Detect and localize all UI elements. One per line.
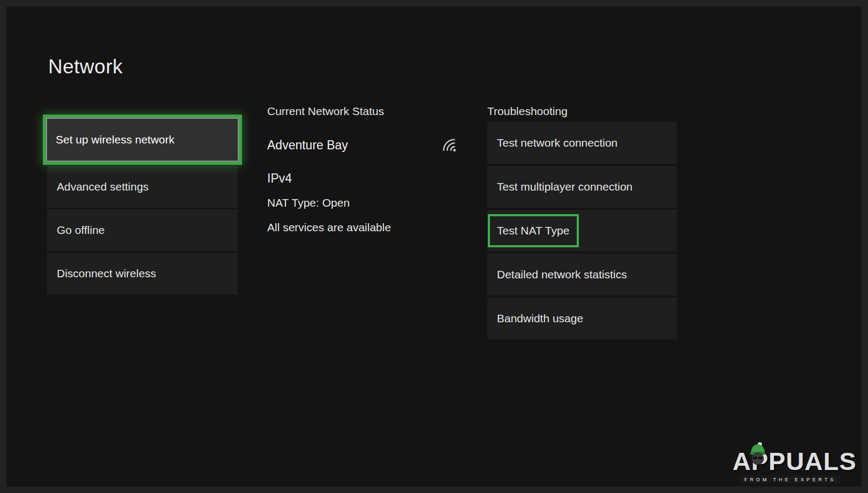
appuals-tagline: FROM THE EXPERTS <box>740 475 840 483</box>
menu-item-bandwidth-usage[interactable]: Bandwidth usage <box>487 298 677 339</box>
menu-item-label: Test multiplayer connection <box>497 180 632 193</box>
menu-item-label: Set up wireless network <box>56 133 175 146</box>
menu-item-set-up-wireless-network[interactable]: Set up wireless network <box>43 115 242 165</box>
xbox-network-settings-screen: Network Set up wireless network Advanced… <box>0 0 868 493</box>
wireless-signal-icon <box>440 136 457 153</box>
services-status: All services are available <box>267 221 391 234</box>
menu-item-disconnect-wireless[interactable]: Disconnect wireless <box>47 253 238 294</box>
ip-version-label: IPv4 <box>267 171 292 186</box>
menu-item-label: Disconnect wireless <box>57 267 156 280</box>
appuals-watermark: APPUALS FROM THE EXPERTS <box>733 449 868 483</box>
page-title: Network <box>48 56 123 78</box>
menu-item-advanced-settings[interactable]: Advanced settings <box>47 166 238 208</box>
menu-item-label: Test NAT Type <box>497 224 569 237</box>
menu-item-label: Detailed network statistics <box>497 268 627 281</box>
menu-item-test-network-connection[interactable]: Test network connection <box>487 122 677 164</box>
troubleshooting-menu: Test network connection Test multiplayer… <box>487 122 677 342</box>
menu-item-test-nat-type[interactable]: Test NAT Type <box>487 210 677 252</box>
menu-item-test-multiplayer-connection[interactable]: Test multiplayer connection <box>487 166 677 208</box>
menu-item-label: Test network connection <box>497 136 617 149</box>
troubleshooting-header: Troubleshooting <box>487 105 568 118</box>
menu-item-label: Bandwidth usage <box>497 312 583 325</box>
menu-item-go-offline[interactable]: Go offline <box>47 209 238 251</box>
menu-item-detailed-network-statistics[interactable]: Detailed network statistics <box>487 254 677 295</box>
selected-item-inner: Set up wireless network <box>46 118 239 162</box>
nat-type-status: NAT Type: Open <box>267 196 350 209</box>
current-network-status-header: Current Network Status <box>267 105 384 118</box>
network-actions-menu: Set up wireless network Advanced setting… <box>47 115 238 296</box>
settings-content-area: Network Set up wireless network Advanced… <box>6 6 862 487</box>
menu-item-label: Go offline <box>57 224 105 237</box>
appuals-mascot-icon <box>748 441 768 467</box>
menu-item-label: Advanced settings <box>57 180 149 193</box>
network-name: Adventure Bay <box>267 138 348 153</box>
